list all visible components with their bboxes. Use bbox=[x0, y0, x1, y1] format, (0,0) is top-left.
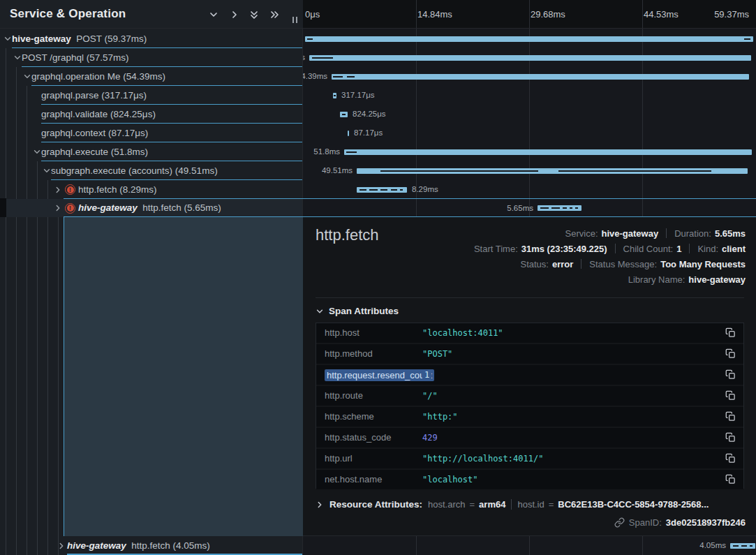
span-duration-bar[interactable] bbox=[305, 36, 753, 42]
resource-pair: host.arch=arm64 bbox=[428, 499, 505, 510]
span-duration-bar[interactable] bbox=[309, 55, 751, 61]
axis-gridline bbox=[529, 0, 530, 28]
attribute-value: "localhost:4011" bbox=[422, 328, 503, 338]
chevron-down-icon[interactable] bbox=[33, 148, 41, 156]
meta-pair: Child Count:1 bbox=[623, 244, 682, 254]
tree-row[interactable]: !http.fetch (8.29ms) bbox=[0, 180, 303, 199]
copy-icon[interactable] bbox=[725, 411, 736, 422]
span-duration-bar[interactable] bbox=[357, 187, 407, 193]
child-span-mark bbox=[741, 545, 747, 547]
span-duration-bar[interactable] bbox=[344, 149, 752, 155]
operation-name: http.fetch (8.29ms) bbox=[78, 184, 157, 195]
tree-row[interactable]: graphql.parse (317.17μs) bbox=[0, 86, 303, 105]
child-span-mark bbox=[342, 114, 346, 115]
resource-attributes-row[interactable]: Resource Attributes: host.arch=arm64host… bbox=[316, 499, 744, 510]
tree-row[interactable]: subgraph.execute (accounts) (49.51ms) bbox=[0, 161, 303, 180]
attribute-value-text: "/" bbox=[422, 391, 438, 401]
span-label: graphql.operation Me (54.39ms) bbox=[31, 67, 165, 86]
span-label: hive-gateway POST (59.37ms) bbox=[12, 29, 147, 48]
resource-pair: host.id=BC62E13B-C4CC-5854-9788-2568... bbox=[517, 499, 709, 510]
span-label: hive-gateway http.fetch (5.65ms) bbox=[78, 199, 221, 217]
chevron-down-icon[interactable] bbox=[3, 35, 12, 43]
span-meta-line: Service:hive-gatewayDuration:5.65ms bbox=[565, 228, 746, 239]
span-label: http.fetch (8.29ms) bbox=[78, 180, 157, 199]
meta-value: hive-gateway bbox=[688, 274, 746, 285]
equals-sign: = bbox=[549, 499, 554, 510]
chevron-down-icon[interactable] bbox=[13, 54, 22, 62]
meta-pair: Start Time:31ms (23:35:49.225) bbox=[474, 244, 607, 254]
copy-icon[interactable] bbox=[725, 432, 736, 443]
span-meta-line: Library Name:hive-gateway bbox=[628, 274, 746, 285]
chevron-down-icon[interactable] bbox=[23, 73, 31, 81]
tree-row[interactable]: graphql.validate (824.25μs) bbox=[0, 105, 303, 124]
attribute-key: http.scheme bbox=[325, 411, 374, 422]
operation-name: graphql.parse (317.17μs) bbox=[41, 90, 147, 101]
indent-guide bbox=[37, 161, 38, 555]
panel-resize-handle[interactable] bbox=[292, 17, 297, 23]
span-attributes-title: Span Attributes bbox=[329, 306, 399, 316]
tree-row[interactable]: POST /graphql (57.57ms) bbox=[0, 48, 303, 67]
chevron-right-icon[interactable] bbox=[54, 186, 62, 194]
span-id-label: SpanID: bbox=[629, 517, 662, 528]
tree-row[interactable]: hive-gateway POST (59.37ms) bbox=[0, 29, 303, 48]
tree-row[interactable]: hive-gateway http.fetch (4.05ms) bbox=[0, 536, 303, 555]
chevron-right-icon[interactable] bbox=[54, 204, 62, 212]
copy-icon[interactable] bbox=[725, 348, 736, 359]
span-duration-bar[interactable] bbox=[332, 74, 749, 80]
tree-row[interactable]: graphql.operation Me (54.39ms) bbox=[0, 67, 303, 86]
meta-pair: Service:hive-gateway bbox=[565, 228, 659, 239]
span-duration-bar[interactable] bbox=[348, 131, 349, 136]
tree-row[interactable]: graphql.execute (51.8ms) bbox=[0, 142, 303, 161]
meta-value: error bbox=[552, 259, 573, 269]
meta-value: 31ms (23:35:49.225) bbox=[521, 244, 607, 254]
copy-icon[interactable] bbox=[725, 390, 736, 401]
axis-tick-label: 29.68ms bbox=[531, 9, 565, 20]
collapse-one-icon[interactable] bbox=[209, 10, 218, 20]
span-attributes-header[interactable]: Span Attributes bbox=[316, 306, 399, 316]
span-duration-bar[interactable] bbox=[333, 93, 336, 98]
meta-divider bbox=[615, 244, 616, 253]
copy-icon[interactable] bbox=[725, 327, 736, 338]
attribute-row: net.host.name"localhost" bbox=[316, 470, 743, 489]
attribute-value: 1 bbox=[422, 370, 431, 380]
axis-tick-label: 59.37ms bbox=[714, 9, 749, 20]
chevron-right-icon[interactable] bbox=[57, 542, 66, 550]
chevron-down-icon[interactable] bbox=[43, 167, 51, 175]
timeline-gridline bbox=[529, 536, 530, 555]
attribute-row: http.status_code429 bbox=[316, 428, 743, 447]
tree-header: Service & Operation bbox=[0, 0, 303, 28]
child-span-mark bbox=[347, 76, 355, 77]
span-duration-bar[interactable] bbox=[340, 112, 348, 117]
span-duration-label: 54.39ms bbox=[303, 67, 327, 86]
span-title: http.fetch bbox=[316, 226, 379, 244]
timeline-axis: 0μs14.84ms29.68ms44.53ms59.37ms bbox=[303, 0, 756, 28]
axis-tick-label: 14.84ms bbox=[417, 9, 452, 20]
copy-icon[interactable] bbox=[725, 453, 736, 464]
tree-row[interactable]: graphql.context (87.17μs) bbox=[0, 124, 303, 142]
span-label: graphql.context (87.17μs) bbox=[41, 124, 148, 142]
equals-sign: = bbox=[470, 499, 475, 510]
operation-name: graphql.context (87.17μs) bbox=[41, 128, 148, 138]
child-span-mark bbox=[575, 207, 578, 209]
expand-all-icon[interactable] bbox=[269, 10, 279, 20]
child-span-mark bbox=[380, 170, 538, 172]
span-duration-bar[interactable] bbox=[730, 543, 755, 549]
copy-icon[interactable] bbox=[725, 474, 736, 484]
expand-one-icon[interactable] bbox=[230, 10, 239, 20]
span-duration-bar[interactable] bbox=[357, 168, 748, 174]
span-duration-bar[interactable] bbox=[538, 205, 581, 211]
span-duration-label: 4.05ms bbox=[699, 536, 726, 555]
attribute-value: "localhost" bbox=[422, 475, 477, 484]
child-span-mark bbox=[333, 76, 343, 77]
collapse-all-icon[interactable] bbox=[249, 10, 259, 20]
tree-row-selected[interactable]: !hive-gateway http.fetch (5.65ms) bbox=[0, 199, 303, 217]
child-span-mark bbox=[307, 38, 313, 40]
copy-icon[interactable] bbox=[725, 369, 736, 380]
attribute-value: 429 bbox=[422, 433, 438, 443]
child-span-mark bbox=[391, 189, 397, 191]
child-span-mark bbox=[551, 207, 560, 209]
meta-pair: Status:error bbox=[521, 259, 574, 269]
resource-key: host.arch bbox=[428, 499, 465, 510]
child-span-mark bbox=[733, 545, 739, 547]
operation-name: graphql.execute (51.8ms) bbox=[41, 147, 148, 157]
